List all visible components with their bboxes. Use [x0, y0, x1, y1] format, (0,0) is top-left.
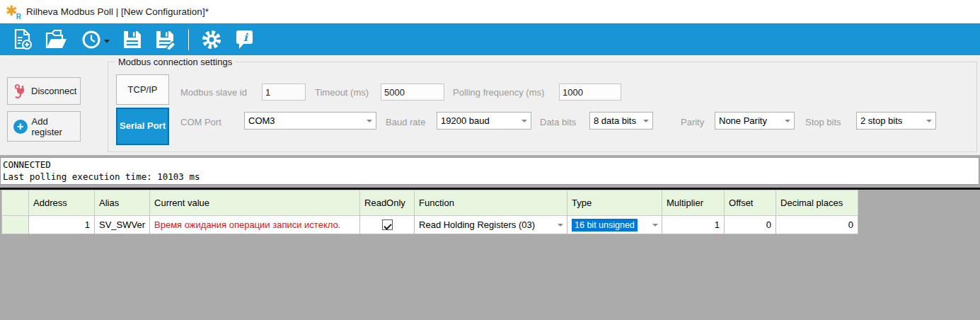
new-configuration-icon[interactable] [7, 26, 39, 53]
modbus-slave-id-input[interactable]: 1 [262, 84, 306, 101]
modbus-slave-id-label: Modbus slave id [180, 87, 247, 98]
data-bits-select[interactable]: 8 data bits [589, 112, 653, 130]
chevron-down-icon [367, 120, 372, 122]
history-dropdown-caret-icon[interactable] [104, 40, 110, 43]
baud-rate-label: Baud rate [386, 117, 425, 127]
row-selector-header[interactable] [2, 190, 29, 216]
chevron-down-icon [785, 120, 790, 122]
timeout-label: Timeout (ms) [315, 87, 369, 98]
groupbox-title: Modbus connection settings [115, 57, 235, 67]
modbus-settings-groupbox: Modbus connection settings TCP/IP Serial… [108, 62, 977, 152]
baud-rate-select[interactable]: 19200 baud [437, 112, 531, 130]
type-selected-value: 16 bit unsigned [572, 219, 638, 232]
com-port-select[interactable]: COM3 [244, 112, 376, 130]
toolbar-separator [188, 29, 189, 50]
disconnect-label: Disconnect [31, 86, 76, 96]
column-header-current-value[interactable]: Current value [150, 190, 360, 216]
cell-address[interactable]: 1 [29, 216, 95, 234]
chevron-down-icon [643, 120, 649, 122]
status-line-polling-time: Last polling execution time: 10103 ms [3, 171, 976, 183]
table-row: 1 SV_SWVer Время ожидания операции запис… [2, 216, 858, 234]
cell-decimal-places[interactable]: 0 [776, 216, 858, 234]
settings-icon[interactable] [195, 26, 229, 53]
cell-multiplier[interactable]: 1 [662, 216, 725, 234]
polling-frequency-input[interactable]: 1000 [559, 84, 621, 101]
stop-bits-select[interactable]: 2 stop bits [856, 112, 936, 130]
chevron-down-icon [926, 120, 932, 122]
save-as-icon[interactable] [149, 26, 183, 53]
column-header-multiplier[interactable]: Multiplier [662, 190, 725, 216]
add-register-button[interactable]: + Add register [7, 111, 81, 142]
column-header-alias[interactable]: Alias [95, 190, 150, 216]
plus-icon: + [13, 120, 28, 134]
column-header-function[interactable]: Function [415, 190, 567, 216]
main-toolbar: i [0, 23, 980, 55]
info-icon[interactable]: i [229, 26, 261, 53]
column-header-address[interactable]: Address [29, 190, 95, 216]
tab-tcp-ip[interactable]: TCP/IP [116, 74, 169, 105]
connection-panel: Disconnect + Add register Modbus connect… [0, 55, 980, 155]
parity-label: Parity [681, 117, 704, 127]
table-header-row: Address Alias Current value ReadOnly Fun… [2, 190, 858, 216]
app-logo-icon: ✱R [6, 4, 21, 20]
column-header-decimal-places[interactable]: Decimal places [776, 190, 858, 216]
row-selector-cell[interactable] [2, 216, 29, 234]
com-port-label: COM Port [180, 117, 221, 127]
polling-frequency-label: Polling frequency (ms) [453, 87, 544, 98]
registers-table: Address Alias Current value ReadOnly Fun… [1, 190, 858, 234]
data-bits-label: Data bits [540, 117, 576, 127]
cell-readonly [360, 216, 415, 234]
cell-current-value[interactable]: Время ожидания операции записи истекло. [150, 216, 360, 234]
title-bar: ✱R Rilheva Modbus Poll | [New Configurat… [0, 0, 980, 23]
type-dropdown-button[interactable] [649, 218, 662, 232]
column-header-type[interactable]: Type [567, 190, 662, 216]
open-icon[interactable] [39, 26, 74, 53]
add-register-label: Add register [32, 116, 80, 137]
timeout-input[interactable]: 5000 [381, 84, 444, 101]
status-line-connected: CONNECTED [3, 159, 976, 171]
column-header-readonly[interactable]: ReadOnly [360, 190, 415, 216]
app-window: ✱R Rilheva Modbus Poll | [New Configurat… [0, 0, 980, 320]
cell-alias[interactable]: SV_SWVer [95, 216, 150, 234]
function-dropdown-button[interactable] [554, 218, 567, 232]
column-header-offset[interactable]: Offset [725, 190, 776, 216]
plug-icon [13, 84, 27, 98]
connection-status-log: CONNECTED Last polling execution time: 1… [0, 157, 979, 185]
history-icon[interactable] [74, 26, 116, 53]
readonly-checkbox[interactable] [382, 219, 393, 230]
tab-serial-port[interactable]: Serial Port [116, 108, 169, 145]
cell-offset[interactable]: 0 [725, 216, 776, 234]
cell-function[interactable]: Read Holding Registers (03) [415, 216, 567, 234]
stop-bits-label: Stop bits [805, 117, 841, 127]
save-icon[interactable] [116, 26, 149, 53]
window-title: Rilheva Modbus Poll | [New Configuration… [26, 6, 209, 17]
chevron-down-icon [521, 120, 527, 122]
disconnect-button[interactable]: Disconnect [7, 77, 81, 105]
parity-select[interactable]: None Parity [715, 112, 795, 130]
cell-type[interactable]: 16 bit unsigned [567, 216, 662, 234]
